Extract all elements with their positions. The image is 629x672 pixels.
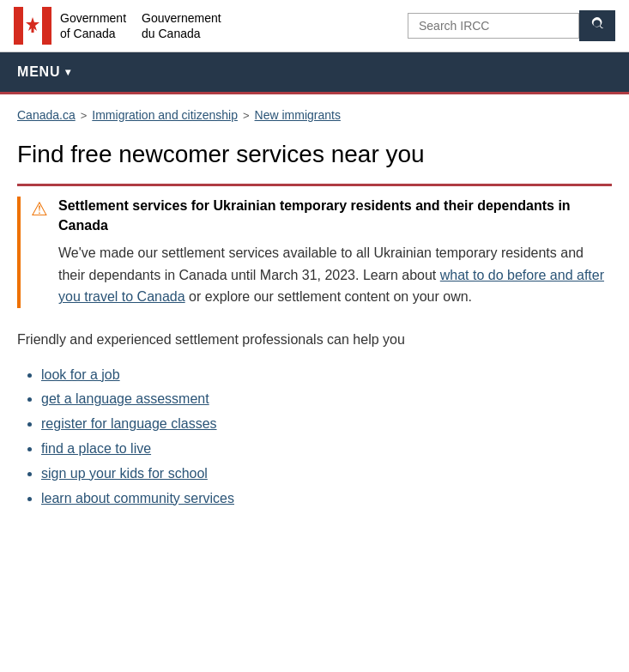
alert-title: Settlement services for Ukrainian tempor… — [58, 197, 612, 235]
breadcrumb-home[interactable]: Canada.ca — [17, 108, 76, 122]
list-item: get a language assessment — [41, 387, 612, 412]
logo-area: Government of Canada Gouvernement du Can… — [14, 7, 221, 45]
canada-flag-icon — [14, 7, 51, 45]
menu-chevron-icon: ▾ — [65, 66, 71, 78]
list-item: sign up your kids for school — [41, 462, 612, 487]
gov-name-en: Government of Canada — [60, 10, 126, 41]
service-link-community[interactable]: learn about community services — [41, 491, 234, 506]
service-link-place-to-live[interactable]: find a place to live — [41, 441, 151, 456]
search-button[interactable] — [579, 10, 615, 41]
service-link-school[interactable]: sign up your kids for school — [41, 466, 208, 481]
breadcrumb-sep-2: > — [243, 109, 250, 122]
gov-name-fr: Gouvernement du Canada — [142, 10, 221, 41]
list-item: register for language classes — [41, 412, 612, 437]
search-input[interactable] — [408, 13, 579, 39]
page-title: Find free newcomer services near you — [17, 139, 612, 170]
service-link-language-classes[interactable]: register for language classes — [41, 416, 217, 431]
svg-rect-1 — [14, 7, 23, 45]
list-item: look for a job — [41, 363, 612, 388]
warning-icon: ⚠ — [31, 198, 48, 308]
svg-rect-4 — [32, 27, 34, 33]
alert-body-after-link: or explore our settlement content on you… — [185, 289, 472, 304]
breadcrumb: Canada.ca > Immigration and citizenship … — [17, 108, 612, 122]
menu-button[interactable]: MENU ▾ — [14, 52, 75, 92]
intro-text: Friendly and experienced settlement prof… — [17, 329, 612, 351]
main-content: Canada.ca > Immigration and citizenship … — [0, 94, 629, 528]
list-item: find a place to live — [41, 437, 612, 462]
alert-content: Settlement services for Ukrainian tempor… — [58, 197, 612, 308]
breadcrumb-sep-1: > — [81, 109, 88, 122]
alert-body: We've made our settlement services avail… — [58, 242, 612, 308]
svg-rect-2 — [42, 7, 51, 45]
government-names: Government of Canada Gouvernement du Can… — [60, 10, 221, 41]
search-icon — [590, 16, 605, 32]
service-link-job[interactable]: look for a job — [41, 367, 120, 382]
list-item: learn about community services — [41, 487, 612, 512]
menu-label: MENU — [17, 64, 60, 80]
breadcrumb-level2[interactable]: Immigration and citizenship — [92, 108, 238, 122]
service-link-language-assessment[interactable]: get a language assessment — [41, 391, 209, 406]
site-header: Government of Canada Gouvernement du Can… — [0, 0, 629, 52]
alert-section: ⚠ Settlement services for Ukrainian temp… — [17, 184, 612, 308]
services-list: look for a job get a language assessment… — [17, 363, 612, 512]
main-nav: MENU ▾ — [0, 52, 629, 92]
breadcrumb-level3[interactable]: New immigrants — [255, 108, 341, 122]
alert-box: ⚠ Settlement services for Ukrainian temp… — [17, 197, 612, 308]
search-area — [408, 10, 615, 41]
